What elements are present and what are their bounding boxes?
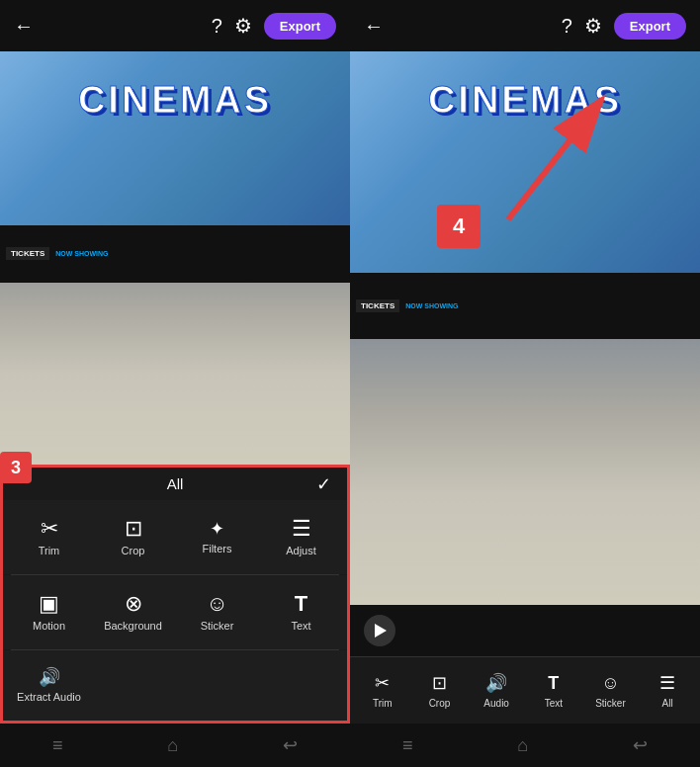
- extract-audio-icon: 🔊: [39, 668, 60, 686]
- left-header: ← ? ⚙ Export: [0, 0, 350, 51]
- tickets-sign-right: TICKETS: [356, 299, 399, 312]
- toolbar-text-label: Text: [545, 698, 563, 709]
- tool-motion[interactable]: ▣ Motion: [7, 583, 91, 641]
- background-label: Background: [104, 620, 162, 632]
- toolbar-all[interactable]: ☰ All: [646, 672, 689, 709]
- settings-icon-left[interactable]: ⚙: [234, 14, 252, 38]
- step-3-badge: 3: [0, 452, 32, 483]
- export-button-right[interactable]: Export: [614, 13, 686, 40]
- nav-home-icon-left[interactable]: ⌂: [167, 735, 178, 756]
- left-bottom-nav: ≡ ⌂ ↩: [0, 724, 350, 767]
- toolbar-trim-icon: ✂: [375, 672, 390, 694]
- toolbar-all-label: All: [662, 698, 673, 709]
- left-panel: ← ? ⚙ Export CINEMAS TICKETS NOW SHOWING…: [0, 0, 350, 767]
- filters-icon: ✦: [210, 520, 224, 538]
- right-bottom-nav: ≡ ⌂ ↩: [350, 724, 700, 767]
- toolbar-sticker[interactable]: ☺ Sticker: [588, 673, 632, 709]
- mall-background-right: [350, 328, 700, 605]
- trim-icon: ✂: [41, 518, 58, 540]
- bottom-bar-left: TICKETS NOW SHOWING: [0, 225, 350, 284]
- tool-crop[interactable]: ⊡ Crop: [91, 508, 175, 566]
- tools-header: All ✓: [3, 468, 347, 500]
- toolbar-audio[interactable]: 🔊 Audio: [475, 672, 518, 709]
- bottom-bar-right: TICKETS NOW SHOWING: [350, 273, 700, 339]
- nav-menu-icon-right[interactable]: ≡: [402, 735, 413, 756]
- back-button-left[interactable]: ←: [14, 15, 34, 38]
- sticker-label: Sticker: [201, 620, 234, 632]
- adjust-label: Adjust: [286, 545, 316, 556]
- toolbar-sticker-label: Sticker: [595, 698, 626, 709]
- right-header-right: ? ⚙ Export: [562, 13, 686, 40]
- background-icon: ⊗: [125, 593, 142, 615]
- toolbar-crop-icon: ⊡: [432, 672, 447, 694]
- tools-grid-row2: ▣ Motion ⊗ Background ☺ Sticker T Text: [3, 575, 347, 649]
- left-header-right: ? ⚙ Export: [212, 13, 336, 40]
- help-icon-left[interactable]: ?: [212, 15, 222, 38]
- tool-sticker[interactable]: ☺ Sticker: [175, 583, 259, 641]
- tool-adjust[interactable]: ☰ Adjust: [259, 508, 343, 566]
- toolbar-audio-label: Audio: [483, 698, 509, 709]
- nav-home-icon-right[interactable]: ⌂: [517, 735, 528, 756]
- export-button-left[interactable]: Export: [264, 13, 336, 40]
- back-button-right[interactable]: ←: [364, 15, 384, 38]
- toolbar-sticker-icon: ☺: [601, 673, 619, 694]
- toolbar-text-icon: T: [548, 673, 559, 694]
- tools-grid-row1: ✂ Trim ⊡ Crop ✦ Filters ☰ Adjust: [3, 500, 347, 574]
- motion-icon: ▣: [39, 593, 59, 615]
- text-icon: T: [295, 593, 307, 615]
- bottom-toolbar: ✂ Trim ⊡ Crop 🔊 Audio T Text ☺ Sticker ☰…: [350, 656, 700, 724]
- now-showing-left: NOW SHOWING: [55, 250, 108, 257]
- tools-check-icon[interactable]: ✓: [316, 473, 331, 495]
- cinema-text-left: CINEMAS: [0, 79, 350, 122]
- tickets-sign-left: TICKETS: [6, 247, 49, 260]
- toolbar-text[interactable]: T Text: [532, 673, 575, 709]
- tools-section-wrapper: 3 All ✓ ✂ Trim ⊡ Crop ✦ Filters ☰ Adjust: [0, 465, 350, 724]
- nav-menu-icon-left[interactable]: ≡: [52, 735, 63, 756]
- play-button[interactable]: [364, 615, 395, 646]
- tools-title: All: [167, 475, 184, 492]
- toolbar-audio-icon: 🔊: [485, 672, 507, 694]
- sticker-icon: ☺: [206, 593, 227, 615]
- toolbar-all-icon: ☰: [659, 672, 675, 694]
- right-panel: ← ? ⚙ Export CINEMAS TICKETS NOW SHOWING…: [350, 0, 700, 767]
- tool-extract-audio[interactable]: 🔊 Extract Audio: [7, 658, 91, 713]
- tools-grid-row3: 🔊 Extract Audio: [3, 650, 347, 721]
- adjust-icon: ☰: [292, 518, 311, 540]
- cinema-text-right: CINEMAS: [350, 79, 700, 122]
- step-4-badge: 4: [437, 205, 481, 248]
- play-triangle-icon: [375, 624, 387, 638]
- crop-icon: ⊡: [125, 518, 142, 540]
- trim-label: Trim: [39, 545, 60, 556]
- toolbar-crop[interactable]: ⊡ Crop: [417, 672, 461, 709]
- crop-label: Crop: [122, 545, 145, 556]
- filters-label: Filters: [203, 543, 232, 554]
- tool-filters[interactable]: ✦ Filters: [175, 508, 259, 566]
- tool-text[interactable]: T Text: [259, 583, 343, 641]
- playback-bar: [350, 605, 700, 656]
- now-showing-right: NOW SHOWING: [405, 302, 458, 309]
- tool-trim[interactable]: ✂ Trim: [7, 508, 91, 566]
- text-label: Text: [291, 620, 310, 632]
- extract-audio-label: Extract Audio: [17, 691, 81, 703]
- toolbar-trim[interactable]: ✂ Trim: [361, 672, 404, 709]
- video-preview-right: CINEMAS TICKETS NOW SHOWING 4: [350, 51, 700, 605]
- video-preview-left: CINEMAS TICKETS NOW SHOWING: [0, 51, 350, 465]
- help-icon-right[interactable]: ?: [562, 15, 572, 38]
- toolbar-trim-label: Trim: [373, 698, 393, 709]
- settings-icon-right[interactable]: ⚙: [584, 14, 602, 38]
- toolbar-crop-label: Crop: [429, 698, 451, 709]
- tool-background[interactable]: ⊗ Background: [91, 583, 175, 641]
- nav-back-icon-right[interactable]: ↩: [633, 734, 648, 756]
- nav-back-icon-left[interactable]: ↩: [283, 734, 298, 756]
- right-header: ← ? ⚙ Export: [350, 0, 700, 51]
- motion-label: Motion: [33, 620, 65, 632]
